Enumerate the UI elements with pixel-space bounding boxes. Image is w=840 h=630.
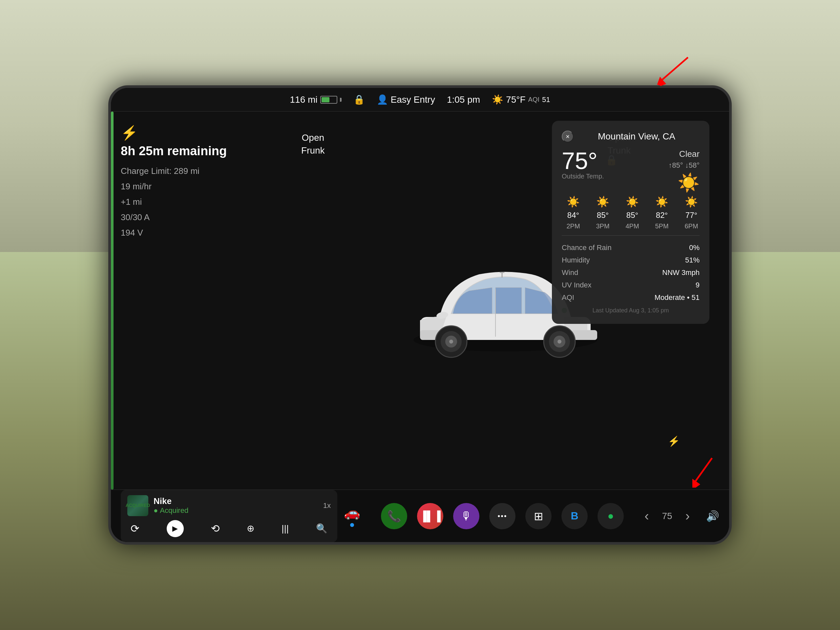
- battery-tip: [340, 98, 341, 102]
- charge-limit: Charge Limit: 289 mi: [121, 165, 272, 177]
- media-player: ACQUIRED Nike ● Acquired 1x ⟳ ▶ ⟳: [121, 490, 337, 542]
- car-charging-indicator: ⚡: [668, 436, 680, 447]
- hourly-icon-2: ☀️: [626, 196, 639, 208]
- temperature-value: 75: [662, 511, 672, 521]
- apps-button[interactable]: ⊞: [525, 503, 551, 529]
- aqi-value-status: 51: [542, 95, 550, 104]
- sun-icon-status: ☀️: [492, 94, 503, 105]
- open-frunk-label[interactable]: Open Frunk: [301, 131, 325, 157]
- source-dot: ●: [153, 506, 158, 515]
- temp-right-arrow[interactable]: ›: [685, 508, 690, 523]
- hourly-item-1: ☀️ 85° 3PM: [591, 196, 614, 230]
- media-info: Nike ● Acquired: [153, 496, 323, 515]
- search-media-button[interactable]: 🔍: [316, 523, 327, 534]
- media-controls: ⟳ ▶ ⟳ ⊕ ||| 🔍: [127, 520, 331, 537]
- profile-indicator[interactable]: 👤 Easy Entry: [377, 94, 435, 105]
- hourly-time-3: 5PM: [655, 223, 668, 230]
- charge-voltage: 194 V: [121, 226, 272, 239]
- aqi-value: Moderate • 51: [655, 293, 699, 302]
- add-to-queue-button[interactable]: ⊕: [247, 523, 254, 534]
- red-arrow-annotation-2: [692, 455, 718, 489]
- charge-rate: 19 mi/hr: [121, 180, 272, 193]
- spotify-button[interactable]: ●: [597, 503, 624, 529]
- bluetooth-button[interactable]: B: [561, 503, 588, 529]
- battery-fill: [322, 97, 330, 103]
- temperature-status: 75°F: [506, 95, 525, 105]
- weather-low: ↓58°: [685, 161, 699, 169]
- temp-left-arrow[interactable]: ‹: [644, 508, 649, 523]
- phone-icon: 📞: [387, 510, 401, 523]
- hourly-temp-0: 84°: [567, 211, 579, 220]
- hourly-icon-4: ☀️: [685, 196, 698, 208]
- wind-value: NNW 3mph: [662, 268, 699, 277]
- battery-body: [320, 96, 337, 104]
- temp-control: ‹ 75 ›: [644, 508, 690, 523]
- spotify-icon: ●: [607, 510, 614, 522]
- rain-label: Chance of Rain: [562, 243, 612, 252]
- play-button[interactable]: ▶: [167, 520, 184, 537]
- volume-icon: 🔊: [706, 510, 719, 523]
- svg-point-15: [557, 339, 561, 344]
- weather-last-updated: Last Updated Aug 3, 1:05 pm: [562, 307, 699, 314]
- weather-header: × Mountain View, CA: [562, 131, 699, 142]
- forward-button[interactable]: ⟳: [211, 523, 220, 535]
- car-nav-dot: [350, 523, 354, 527]
- hourly-item-0: ☀️ 84° 2PM: [562, 196, 585, 230]
- status-bar: 116 mi 🔒 👤 Easy Entry 1:05 pm ☀️: [111, 88, 729, 112]
- aqi-label-status: AQI: [528, 96, 540, 103]
- rewind-button[interactable]: ⟳: [131, 523, 139, 535]
- hourly-item-4: ☀️ 77° 6PM: [680, 196, 699, 230]
- tesla-screen: 116 mi 🔒 👤 Easy Entry 1:05 pm ☀️: [108, 85, 732, 545]
- aqi-row: AQI Moderate • 51: [562, 293, 699, 302]
- rain-row: Chance of Rain 0%: [562, 243, 699, 252]
- source-name: Acquired: [160, 506, 188, 515]
- audio-button[interactable]: ▐▌▐: [417, 503, 443, 529]
- hourly-item-3: ☀️ 82° 5PM: [651, 196, 673, 230]
- battery-icon: [320, 96, 341, 104]
- volume-control[interactable]: 🔊: [706, 510, 719, 523]
- weather-details: Chance of Rain 0% Humidity 51% Wind NNW …: [562, 243, 699, 302]
- hourly-time-0: 2PM: [566, 223, 580, 230]
- weather-condition-section: Clear ↑85° ↓58° ☀️: [668, 149, 699, 193]
- weather-widget: × Mountain View, CA 75° Outside Temp. Cl…: [552, 121, 709, 324]
- time-display: 1:05 pm: [447, 95, 480, 105]
- hourly-icon-3: ☀️: [655, 196, 668, 208]
- person-icon: 👤: [377, 94, 388, 105]
- screen-inner: 116 mi 🔒 👤 Easy Entry 1:05 pm ☀️: [111, 88, 729, 542]
- dots-icon: •••: [498, 512, 507, 520]
- hourly-temp-2: 85°: [626, 211, 638, 220]
- svg-point-11: [449, 339, 453, 344]
- track-title: Nike: [153, 496, 323, 506]
- weather-temp-section: 75° Outside Temp.: [562, 149, 604, 187]
- bottom-bar: ACQUIRED Nike ● Acquired 1x ⟳ ▶ ⟳: [111, 489, 729, 542]
- hourly-time-1: 3PM: [596, 223, 609, 230]
- wind-label: Wind: [562, 268, 578, 277]
- svg-text:T: T: [500, 270, 505, 279]
- hourly-temp-1: 85°: [597, 211, 609, 220]
- more-button[interactable]: •••: [489, 503, 515, 529]
- hourly-time-2: 4PM: [625, 223, 639, 230]
- current-temperature: 75°: [562, 149, 604, 172]
- weather-close-button[interactable]: ×: [562, 131, 573, 142]
- album-art: ACQUIRED: [127, 495, 148, 516]
- phone-button[interactable]: 📞: [381, 503, 407, 529]
- mic-icon: 🎙: [461, 510, 472, 523]
- humidity-row: Humidity 51%: [562, 256, 699, 264]
- uv-label: UV Index: [562, 281, 592, 289]
- humidity-label: Humidity: [562, 256, 590, 264]
- weather-high: ↑85°: [668, 161, 683, 169]
- svg-line-3: [696, 458, 712, 481]
- hourly-icon-1: ☀️: [596, 196, 609, 208]
- media-source: ● Acquired: [153, 506, 323, 515]
- drive-mode: Easy Entry: [391, 95, 435, 105]
- hourly-time-4: 6PM: [684, 223, 698, 230]
- car-icon-nav[interactable]: 🚗: [344, 505, 360, 527]
- weather-main: 75° Outside Temp. Clear ↑85° ↓58° ☀️: [562, 149, 699, 193]
- hourly-forecast: ☀️ 84° 2PM ☀️ 85° 3PM ☀️ 85° 4PM ☀️ 82°: [562, 196, 699, 235]
- range-value: 116 mi: [290, 95, 317, 105]
- hourly-temp-4: 77°: [685, 211, 697, 220]
- voice-button[interactable]: 🎙: [453, 503, 479, 529]
- lock-icon: 🔒: [354, 94, 365, 105]
- bluetooth-icon: B: [571, 510, 578, 522]
- equalizer-button[interactable]: |||: [281, 523, 289, 534]
